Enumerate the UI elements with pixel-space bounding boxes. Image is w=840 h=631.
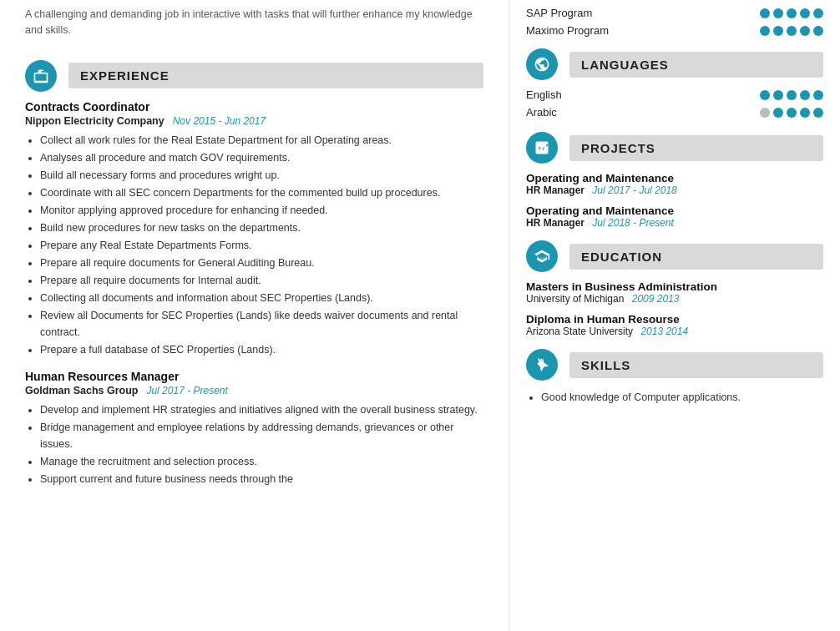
skills-icon — [526, 349, 558, 381]
lang-row-english: English — [526, 88, 823, 101]
job-title-1: Contracts Coordinator — [25, 100, 483, 114]
projects-header: PROJECTS — [526, 132, 823, 164]
education-icon — [526, 240, 558, 272]
bullet-2-1: Bridge management and employee relations… — [40, 419, 483, 452]
bullet-1-5: Build new procedures for new tasks on th… — [40, 220, 483, 236]
languages-title-bar: LANGUAGES — [569, 52, 823, 78]
dot — [760, 90, 770, 100]
dot — [760, 8, 770, 18]
bullet-1-9: Collecting all documents and information… — [40, 290, 483, 306]
bullet-1-2: Build all necessary forms and procedures… — [40, 167, 483, 184]
project-date-2: Jul 2018 - Present — [592, 217, 673, 229]
languages-title: LANGUAGES — [581, 58, 669, 72]
project-sub-1: HR Manager Jul 2017 - Jul 2018 — [526, 184, 823, 196]
skill-name-maximo: Maximo Program — [526, 24, 610, 37]
education-header: EDUCATION — [526, 240, 823, 272]
job-block-2: Human Resources Manager Goldman Sachs Gr… — [25, 370, 483, 487]
experience-icon — [25, 60, 57, 92]
edu-uni-2: Arizona State University — [526, 326, 633, 337]
bullet-1-0: Collect all work rules for the Real Esta… — [40, 132, 483, 149]
job-bullets-1: Collect all work rules for the Real Esta… — [25, 132, 483, 358]
job-block-1: Contracts Coordinator Nippon Electricity… — [25, 100, 483, 358]
project-sub-2: HR Manager Jul 2018 - Present — [526, 217, 823, 229]
skill-dots-maximo — [760, 26, 823, 36]
project-block-1: Operating and Maintenance HR Manager Jul… — [526, 172, 823, 196]
lang-dots-arabic — [760, 108, 823, 118]
project-date-1: Jul 2017 - Jul 2018 — [592, 184, 676, 196]
svg-rect-1 — [540, 147, 543, 152]
bullet-1-3: Coordinate with all SEC concern Departme… — [40, 184, 483, 201]
summary-text: A challenging and demanding job in inter… — [25, 0, 483, 48]
bullet-1-4: Monitor applying approved procedure for … — [40, 202, 483, 219]
languages-section: English Arabic — [526, 88, 823, 119]
dot — [800, 108, 810, 118]
bullet-2-0: Develop and implement HR strategies and … — [40, 401, 483, 418]
projects-title-bar: PROJECTS — [569, 135, 823, 161]
bullet-1-8: Prepare all require documents for Intern… — [40, 272, 483, 289]
job-date-2: Jul 2017 - Present — [146, 385, 227, 396]
project-role-1: HR Manager — [526, 184, 584, 196]
chart-icon — [534, 139, 550, 156]
edu-block-1: Masters in Business Administration Unive… — [526, 280, 823, 305]
skill-dots-sap — [760, 8, 823, 18]
job-bullets-2: Develop and implement HR strategies and … — [25, 401, 483, 487]
languages-header: LANGUAGES — [526, 48, 823, 80]
top-skills-section: SAP Program Maximo Program — [526, 0, 823, 37]
skill-row-sap: SAP Program — [526, 7, 823, 19]
project-title-1: Operating and Maintenance — [526, 172, 823, 184]
dot — [773, 26, 783, 36]
bullet-1-1: Analyses all procedure and match GOV req… — [40, 149, 483, 166]
edu-title-2: Diploma in Human Resourse — [526, 313, 823, 326]
job-company-row-2: Goldman Sachs Group Jul 2017 - Present — [25, 385, 483, 396]
svg-rect-0 — [537, 149, 539, 152]
graduation-icon — [534, 248, 550, 265]
globe-icon — [534, 56, 550, 73]
edu-years-2: 2013 2014 — [640, 326, 688, 337]
dot — [800, 26, 810, 36]
bullet-1-6: Prepare any Real Estate Departments Form… — [40, 237, 483, 254]
left-column: A challenging and demanding job in inter… — [0, 0, 509, 631]
dot — [760, 26, 770, 36]
dot — [760, 108, 770, 118]
job-title-2: Human Resources Manager — [25, 370, 483, 383]
edu-title-1: Masters in Business Administration — [526, 280, 823, 293]
edu-sub-2: Arizona State University 2013 2014 — [526, 326, 823, 337]
job-date-1: Nov 2015 - Jun 2017 — [173, 115, 266, 127]
dot — [787, 108, 797, 118]
edu-sub-1: University of Michigan 2009 2013 — [526, 293, 823, 305]
project-block-2: Operating and Maintenance HR Manager Jul… — [526, 204, 823, 229]
lang-name-arabic: Arabic — [526, 106, 593, 119]
experience-header: EXPERIENCE — [25, 60, 483, 92]
cursor-icon — [534, 356, 550, 373]
briefcase-icon — [33, 68, 49, 84]
dot — [813, 26, 823, 36]
dot — [787, 26, 797, 36]
bullet-1-10: Review all Documents for SEC Properties … — [40, 307, 483, 341]
project-role-2: HR Manager — [526, 217, 584, 229]
job-company-row-1: Nippon Electricity Company Nov 2015 - Ju… — [25, 115, 483, 127]
skills-list: Good knowledge of Computer applications. — [526, 389, 823, 406]
right-column: SAP Program Maximo Program — [509, 0, 840, 631]
job-company-1: Nippon Electricity Company — [25, 115, 164, 127]
skill-row-maximo: Maximo Program — [526, 24, 823, 37]
bullet-2-2: Manage the recruitment and selection pro… — [40, 453, 483, 470]
project-title-2: Operating and Maintenance — [526, 204, 823, 217]
bullet-2-3: Support current and future business need… — [40, 471, 483, 487]
dot — [813, 8, 823, 18]
skills-header: SKILLS — [526, 349, 823, 381]
dot — [773, 90, 783, 100]
summary-content: A challenging and demanding job in inter… — [25, 8, 473, 36]
education-title: EDUCATION — [581, 250, 662, 264]
edu-years-1: 2009 2013 — [632, 293, 680, 305]
dot — [813, 90, 823, 100]
languages-icon — [526, 48, 558, 80]
dot — [773, 8, 783, 18]
bullet-1-7: Prepare all require documents for Genera… — [40, 255, 483, 271]
edu-block-2: Diploma in Human Resourse Arizona State … — [526, 313, 823, 337]
dot — [787, 8, 797, 18]
skills-section-title: SKILLS — [581, 358, 630, 372]
dot — [787, 90, 797, 100]
projects-icon — [526, 132, 558, 164]
dot — [773, 108, 783, 118]
experience-title-bar: EXPERIENCE — [68, 63, 483, 88]
